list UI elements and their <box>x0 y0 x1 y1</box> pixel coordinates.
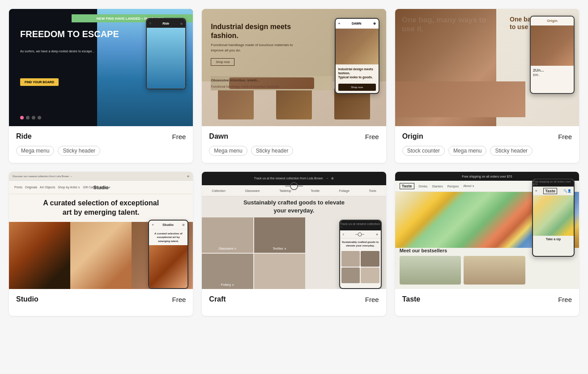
origin-bag-bottom <box>395 81 525 117</box>
card-price-ride: Free <box>172 133 186 140</box>
card-taste[interactable]: Free shipping on all orders over $70 Tas… <box>395 172 579 316</box>
card-image-craft: Track us at the newest collection from L… <box>202 172 386 289</box>
card-price-taste: Free <box>558 296 572 303</box>
card-title-origin: Origin <box>402 132 423 140</box>
ride-carousel-dots <box>20 116 41 119</box>
card-title-row-origin: Origin Free <box>402 132 572 140</box>
tag-mega-menu[interactable]: Mega menu <box>16 146 54 156</box>
dawn-hero-text: Industrial design meets fashion. <box>211 22 300 40</box>
origin-hero-text: One bag, many ways to use it. <box>402 16 491 34</box>
dot-2 <box>26 116 30 119</box>
studio-mobile-preview: ≡ Studio ⊕ A curated selection of except… <box>148 220 188 289</box>
card-image-studio: Discover our newest collection from Lola… <box>9 172 193 289</box>
craft-logo <box>285 181 303 194</box>
craft-hero-text: Sustainably crafted goods to elevate you… <box>243 199 345 215</box>
studio-top-bar: Discover our newest collection from Lola… <box>9 172 193 181</box>
tag-sticky-header-dawn[interactable]: Sticky header <box>251 146 294 156</box>
card-title-craft: Craft <box>209 295 226 303</box>
card-price-dawn: Free <box>365 133 379 140</box>
theme-grid: NEW FINS HAVE LANDED • SHOP NOW → FREEDO… <box>9 9 579 316</box>
dawn-mobile-preview: ≡ DAWN ⊕ Industrial design meets fashion… <box>335 18 379 94</box>
origin-mobile-preview: Origin 2Un... $99.. <box>530 16 575 94</box>
card-title-row-studio: Studio Free <box>16 295 186 303</box>
card-price-origin: Free <box>558 133 572 140</box>
taste-products-row <box>400 256 525 285</box>
card-dawn[interactable]: Industrial design meets fashion. Functio… <box>202 9 386 163</box>
studio-nav: Prints Originals Art Objects Shop by Art… <box>9 181 193 194</box>
card-image-dawn: Industrial design meets fashion. Functio… <box>202 9 386 126</box>
card-price-studio: Free <box>172 296 186 303</box>
card-craft[interactable]: Track us at the newest collection from L… <box>202 172 386 316</box>
card-body-taste: Taste Free <box>395 289 579 316</box>
card-image-origin: One bag, many ways to use it. One bag, m… <box>395 9 579 126</box>
card-title-taste: Taste <box>402 295 421 303</box>
taste-mobile-preview: Free shipping on all orders over $70 ≡ T… <box>532 178 575 257</box>
card-image-taste: Free shipping on all orders over $70 Tas… <box>395 172 579 289</box>
card-ride[interactable]: NEW FINS HAVE LANDED • SHOP NOW → FREEDO… <box>9 9 193 163</box>
card-tags-dawn: Mega menu Sticky header <box>209 146 379 156</box>
card-title-dawn: Dawn <box>209 132 228 140</box>
tag-sticky-header[interactable]: Sticky header <box>58 146 100 156</box>
dot-4 <box>38 116 41 119</box>
craft-product-grid: Glassware ∨ Textiles ∨ Pottery ∨ <box>202 217 305 289</box>
card-title-studio: Studio <box>16 295 38 303</box>
ride-hero-text: FREEDOM TO ESCAPE <box>20 29 119 39</box>
card-title-ride: Ride <box>16 132 32 140</box>
taste-section-label: Meet our bestsellers <box>400 248 447 253</box>
card-price-craft: Free <box>365 296 379 303</box>
card-studio[interactable]: Discover our newest collection from Lola… <box>9 172 193 316</box>
card-title-row-taste: Taste Free <box>402 295 572 303</box>
ride-mobile-preview: ≡ Ride ⊕ <box>146 18 186 89</box>
card-origin[interactable]: One bag, many ways to use it. One bag, m… <box>395 9 579 163</box>
card-body-dawn: Dawn Free Mega menu Sticky header <box>202 126 386 163</box>
card-title-row-craft: Craft Free <box>209 295 379 303</box>
card-title-row-ride: Ride Free <box>16 132 186 140</box>
svg-point-0 <box>290 183 298 190</box>
tag-mega-menu-dawn[interactable]: Mega menu <box>209 146 247 156</box>
studio-hero-text: A curated selection of exceptional art b… <box>38 199 164 217</box>
card-body-craft: Craft Free <box>202 289 386 316</box>
tag-stock-counter-origin[interactable]: Stock counter <box>402 146 445 156</box>
dot-1 <box>20 116 24 119</box>
tag-sticky-header-origin[interactable]: Sticky header <box>490 146 533 156</box>
card-image-ride: NEW FINS HAVE LANDED • SHOP NOW → FREEDO… <box>9 9 193 126</box>
card-tags-origin: Stock counter Mega menu Sticky header <box>402 146 572 156</box>
card-tags-ride: Mega menu Sticky header <box>16 146 186 156</box>
craft-mobile-preview: Track us at newest collection → ≡ ⊕ Sust… <box>339 220 382 289</box>
tag-mega-menu-origin[interactable]: Mega menu <box>448 146 486 156</box>
card-body-ride: Ride Free Mega menu Sticky header <box>9 126 193 163</box>
dot-3 <box>32 116 35 119</box>
card-body-studio: Studio Free <box>9 289 193 316</box>
card-body-origin: Origin Free Stock counter Mega menu Stic… <box>395 126 579 163</box>
svg-point-3 <box>358 233 362 236</box>
card-title-row-dawn: Dawn Free <box>209 132 379 140</box>
